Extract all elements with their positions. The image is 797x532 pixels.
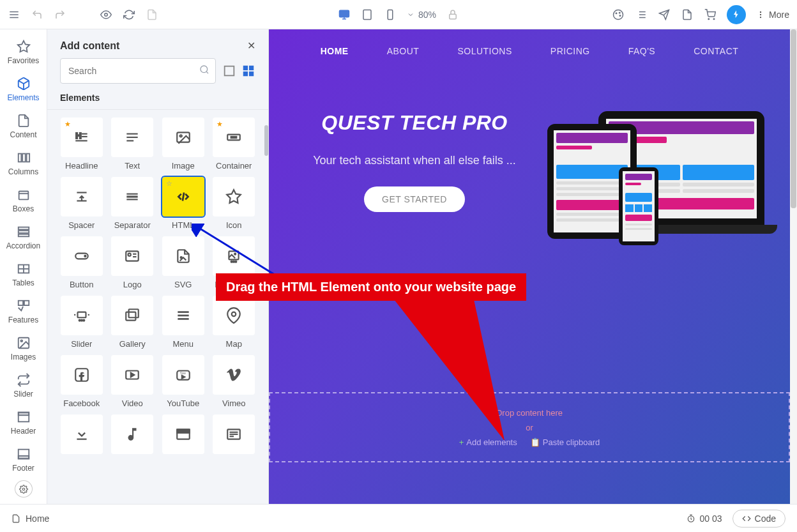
hero-devices-image bbox=[547, 111, 764, 264]
breadcrumb[interactable]: Home bbox=[11, 513, 49, 524]
element-video[interactable]: Video bbox=[111, 355, 155, 408]
svg-rect-32 bbox=[22, 154, 26, 162]
svg-rect-95 bbox=[129, 309, 139, 317]
element-map[interactable]: Map bbox=[213, 296, 256, 349]
svg-point-66 bbox=[179, 135, 181, 137]
svg-point-3 bbox=[105, 13, 108, 16]
element-container[interactable]: ★Container bbox=[213, 118, 256, 171]
element-youtube[interactable]: YouYouTube bbox=[162, 355, 205, 408]
section-label: Elements bbox=[47, 93, 268, 110]
element-image[interactable]: Image bbox=[162, 118, 205, 171]
undo-icon[interactable] bbox=[31, 8, 43, 21]
element-separator[interactable]: Separator bbox=[111, 177, 155, 230]
element-spacer[interactable]: Spacer bbox=[60, 177, 103, 230]
svg-rect-9 bbox=[388, 10, 393, 19]
close-panel-button[interactable]: ✕ bbox=[247, 40, 255, 52]
paste-clipboard-link[interactable]: 📋Paste clipboard bbox=[530, 437, 600, 447]
zoom-dropdown[interactable]: 80% bbox=[407, 10, 436, 20]
element-download[interactable] bbox=[60, 414, 103, 458]
element-form[interactable] bbox=[213, 414, 256, 458]
svg-rect-34 bbox=[19, 192, 28, 200]
nav-solutions[interactable]: SOLUTIONS bbox=[457, 46, 512, 56]
code-button[interactable]: Code bbox=[732, 510, 786, 528]
svg-text:You: You bbox=[179, 371, 185, 375]
svg-rect-94 bbox=[126, 312, 136, 321]
element-logo[interactable]: Logo bbox=[111, 236, 155, 289]
top-toolbar: 80% More bbox=[0, 0, 797, 29]
redo-icon[interactable] bbox=[54, 8, 66, 21]
nav-about[interactable]: ABOUT bbox=[387, 46, 420, 56]
element-vimeo[interactable]: Vimeo bbox=[213, 355, 256, 408]
element-menu[interactable]: Menu bbox=[162, 296, 205, 349]
sidebar-item-accordion[interactable]: Accordion bbox=[0, 221, 47, 254]
list-icon[interactable] bbox=[635, 8, 648, 21]
element-svg[interactable]: SVG bbox=[162, 236, 205, 289]
file-icon[interactable] bbox=[681, 8, 694, 21]
file-dashed-icon[interactable] bbox=[146, 8, 158, 21]
sidebar-item-content[interactable]: Content bbox=[0, 110, 47, 143]
svg-marker-77 bbox=[227, 190, 241, 203]
sidebar-item-elements[interactable]: Elements bbox=[0, 73, 47, 106]
lock-icon[interactable] bbox=[446, 8, 459, 21]
eye-icon[interactable] bbox=[100, 8, 112, 21]
get-started-button[interactable]: GET STARTED bbox=[364, 186, 465, 212]
element-gallery[interactable]: Gallery bbox=[111, 296, 155, 349]
more-button[interactable]: More bbox=[756, 10, 789, 20]
canvas-scrollbar[interactable] bbox=[790, 29, 797, 504]
svg-point-79 bbox=[84, 255, 86, 257]
svg-marker-29 bbox=[17, 41, 29, 52]
hamburger-icon[interactable] bbox=[8, 8, 20, 21]
element-music[interactable] bbox=[111, 414, 155, 458]
bottom-bar: Home 00 03 Code bbox=[0, 504, 797, 532]
nav-faqs[interactable]: FAQ'S bbox=[628, 46, 656, 56]
element-slider[interactable]: Slider bbox=[60, 296, 103, 349]
add-elements-link[interactable]: +Add elements bbox=[459, 437, 517, 447]
view-grid-icon[interactable] bbox=[241, 64, 255, 78]
settings-gear-button[interactable] bbox=[15, 480, 33, 498]
panel-scrollbar[interactable] bbox=[264, 125, 268, 156]
sidebar-item-boxes[interactable]: Boxes bbox=[0, 184, 47, 217]
element-headline[interactable]: H★Headline bbox=[60, 118, 103, 171]
sidebar-item-tables[interactable]: Tables bbox=[0, 258, 47, 291]
sidebar-item-features[interactable]: Features bbox=[0, 295, 47, 328]
sidebar-item-favorites[interactable]: Favorites bbox=[0, 36, 47, 69]
sidebar-item-images[interactable]: Images bbox=[0, 332, 47, 365]
send-icon[interactable] bbox=[658, 8, 671, 21]
element-facebook[interactable]: Facebook bbox=[60, 355, 103, 408]
svg-text:H: H bbox=[75, 131, 81, 141]
element-text[interactable]: Text bbox=[111, 118, 155, 171]
footer-icon bbox=[17, 447, 31, 461]
timer-value: 00 03 bbox=[699, 513, 722, 524]
svg-rect-11 bbox=[450, 14, 457, 19]
drop-zone[interactable]: Drop content here or +Add elements 📋Past… bbox=[269, 392, 790, 462]
sidebar-item-columns[interactable]: Columns bbox=[0, 147, 47, 180]
svg-point-51 bbox=[201, 66, 208, 73]
svg-point-93 bbox=[83, 320, 84, 321]
nav-contact[interactable]: CONTACT bbox=[694, 46, 738, 56]
search-input[interactable] bbox=[60, 58, 216, 84]
palette-icon[interactable] bbox=[612, 8, 625, 21]
sidebar-item-footer[interactable]: Footer bbox=[0, 443, 47, 476]
nav-pricing[interactable]: PRICING bbox=[550, 46, 590, 56]
desktop-view-icon[interactable] bbox=[338, 8, 351, 21]
svg-point-87 bbox=[231, 261, 232, 262]
cart-icon[interactable] bbox=[704, 8, 717, 21]
publish-button[interactable] bbox=[727, 5, 746, 24]
element-icon[interactable]: Icon bbox=[213, 177, 256, 230]
tablet-view-icon[interactable] bbox=[361, 8, 374, 21]
element-panel[interactable] bbox=[162, 414, 205, 458]
mobile-view-icon[interactable] bbox=[384, 8, 397, 21]
refresh-icon[interactable] bbox=[123, 8, 135, 21]
element-button[interactable]: Button bbox=[60, 236, 103, 289]
svg-rect-54 bbox=[243, 66, 248, 70]
element-html[interactable]: ☆HTML bbox=[162, 177, 205, 230]
nav-home[interactable]: HOME bbox=[321, 46, 349, 56]
website-canvas[interactable]: HOME ABOUT SOLUTIONS PRICING FAQ'S CONTA… bbox=[269, 29, 790, 504]
elements-panel: Add content ✕ Elements H★HeadlineTextIma… bbox=[47, 29, 269, 504]
svg-point-92 bbox=[81, 320, 82, 321]
sidebar-item-header[interactable]: Header bbox=[0, 406, 47, 439]
svg-rect-90 bbox=[77, 312, 86, 318]
sidebar-item-slider[interactable]: Slider bbox=[0, 369, 47, 402]
svg-point-84 bbox=[180, 257, 181, 258]
view-single-icon[interactable] bbox=[222, 64, 236, 78]
